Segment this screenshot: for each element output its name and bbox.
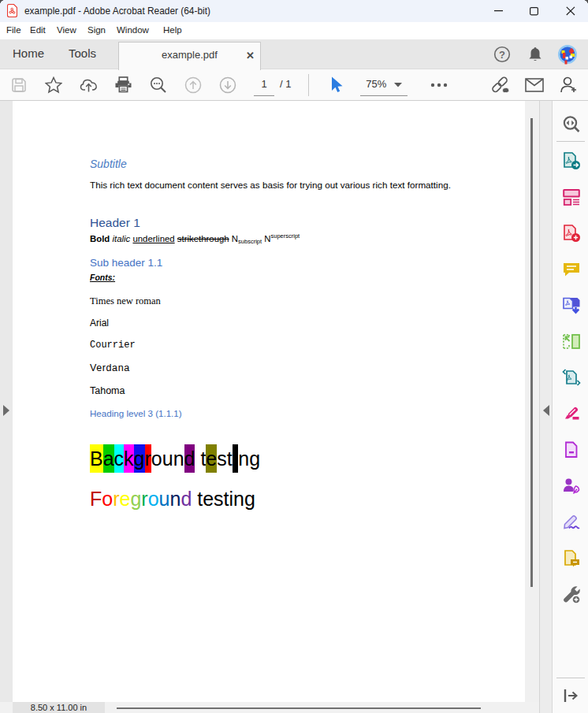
svg-text:?: ?	[499, 49, 505, 61]
